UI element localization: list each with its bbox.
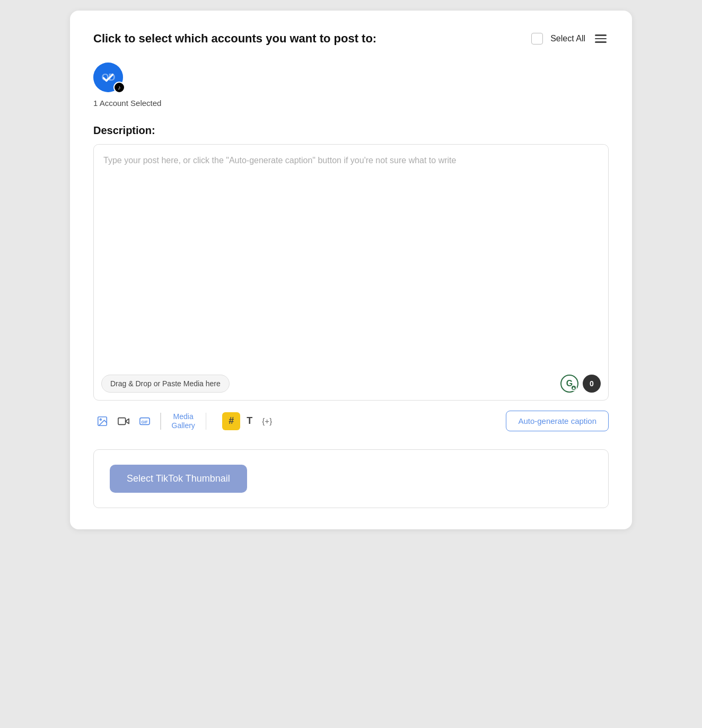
emoji-button[interactable] [213,418,219,424]
textarea-icons: G 0 [560,375,601,393]
gif-icon: GIF [139,415,151,427]
svg-text:GIF: GIF [142,419,148,424]
account-selected-label: 1 Account Selected [93,99,609,108]
video-icon [118,415,129,427]
post-textarea[interactable] [94,145,608,367]
main-card: Click to select which accounts you want … [70,11,632,529]
description-label: Description: [93,125,609,137]
grammarly-pencil-dot [571,385,577,391]
media-gallery-button[interactable]: Media Gallery [168,410,199,432]
svg-point-1 [100,419,101,420]
hashtag-button[interactable]: # [222,412,240,430]
header-actions: Select All [531,32,609,45]
video-upload-button[interactable] [115,412,133,430]
toolbar: GIF Media Gallery # T {+} [93,401,609,432]
toolbar-divider [160,413,161,430]
accounts-row: OD ♪ [93,63,609,92]
textarea-bottom: Drag & Drop or Paste Media here G 0 [94,369,608,400]
toolbar-divider-2 [206,413,207,430]
text-format-button[interactable]: T [243,412,256,430]
image-icon [96,415,108,427]
drag-drop-button[interactable]: Drag & Drop or Paste Media here [101,375,230,393]
menu-icon[interactable] [593,32,609,45]
image-upload-button[interactable] [93,412,111,430]
page-title: Click to select which accounts you want … [93,32,376,46]
svg-marker-2 [126,419,129,423]
auto-generate-caption-button[interactable]: Auto-generate caption [506,411,609,431]
select-all-label[interactable]: Select All [550,34,585,43]
toolbar-left: GIF Media Gallery # T {+} [93,410,275,432]
textarea-wrapper: Drag & Drop or Paste Media here G 0 [93,144,609,401]
svg-rect-3 [118,418,126,424]
thumbnail-section: Select TikTok Thumbnail [93,449,609,508]
tiktok-icon: ♪ [118,84,121,91]
platform-badge: ♪ [113,82,125,93]
gif-upload-button[interactable]: GIF [136,412,154,430]
account-avatar[interactable]: OD ♪ [93,63,123,92]
grammarly-button[interactable]: G [560,375,578,393]
char-count-badge: 0 [583,375,601,393]
select-tiktok-thumbnail-button[interactable]: Select TikTok Thumbnail [110,465,247,493]
header-row: Click to select which accounts you want … [93,32,609,46]
custom-field-button[interactable]: {+} [259,413,275,429]
checkmark-icon [101,70,115,84]
select-all-checkbox[interactable] [531,33,543,45]
